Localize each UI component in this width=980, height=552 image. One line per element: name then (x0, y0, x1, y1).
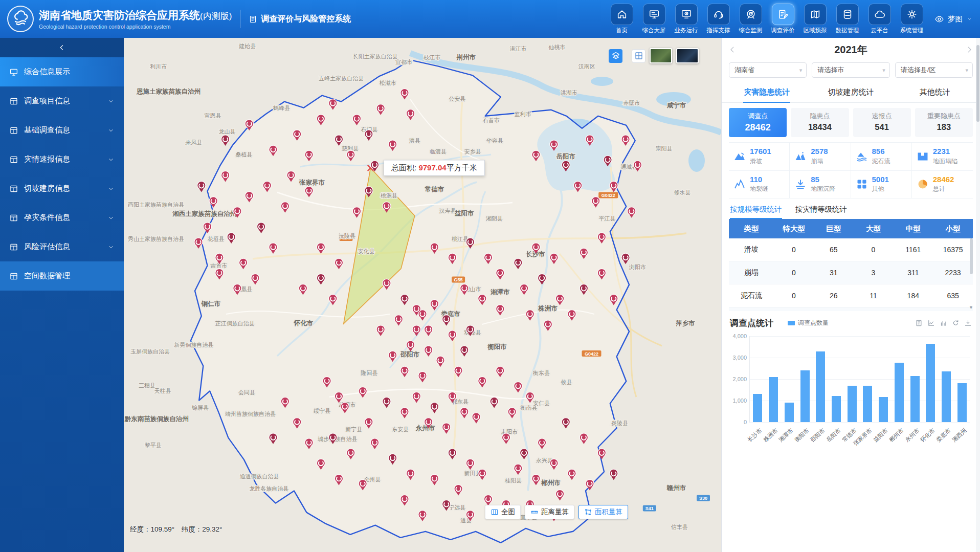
sidebar-item-risk-assessment[interactable]: 风险评估信息 (0, 232, 124, 261)
bar-chart-icon[interactable] (940, 319, 947, 327)
type-stat-other[interactable]: 5001 其他 (851, 171, 912, 198)
bar[interactable] (926, 344, 935, 422)
layers-button[interactable] (609, 49, 622, 63)
select-city[interactable]: 请选择市▾ (812, 62, 889, 78)
table-row[interactable]: 泥石流02611184635 (729, 284, 973, 307)
table-row[interactable]: 滑坡0650116116375 (729, 238, 973, 261)
data-view-icon[interactable] (915, 319, 923, 327)
sidebar-item-project-info[interactable]: 调查项目信息 (0, 86, 124, 116)
table-cell: 184 (893, 284, 933, 307)
nav-item-home[interactable]: 首页 (607, 4, 636, 34)
refresh-icon[interactable] (952, 319, 960, 327)
type-stat-value: 2578 (811, 147, 828, 156)
map-label: 安仁县 (533, 400, 550, 406)
bar[interactable] (910, 376, 920, 422)
select-province[interactable]: 湖南省▾ (729, 62, 807, 78)
type-stat-value: 17601 (750, 147, 771, 156)
measure-tool-area[interactable]: 面积量算 (578, 505, 628, 519)
nav-item-operation[interactable]: 业务运行 (672, 4, 701, 34)
stat-card-quick-report-points[interactable]: 速报点 541 (853, 108, 911, 137)
type-stat-debris-flow[interactable]: 856 泥石流 (851, 143, 912, 171)
stats-tabs: 灾害隐患统计切坡建房统计其他统计 (722, 83, 980, 103)
nav-item-cloud[interactable]: 云平台 (865, 4, 894, 34)
select-value: 湖南省 (734, 65, 754, 75)
gridline (750, 422, 970, 423)
bar[interactable] (895, 363, 904, 422)
table-row[interactable]: 崩塌03133112233 (729, 261, 973, 284)
sidebar-item-basic-survey[interactable]: 基础调查信息 (0, 116, 124, 145)
year-next-button[interactable] (965, 45, 974, 54)
stat-card-label: 速报点 (853, 112, 911, 121)
type-stat-collapse[interactable]: 2578 崩塌 (790, 143, 851, 171)
basemap-dark-thumbnail[interactable] (676, 48, 699, 63)
download-icon[interactable] (964, 319, 972, 327)
map-area[interactable]: G55 G56 G0422 G0422 S41 S30利川市恩施土家族苗族自治州… (124, 38, 721, 552)
eye-icon (934, 14, 944, 24)
table-row[interactable]: 地面塌陷07593951752 (729, 307, 973, 312)
stat-card-survey-points[interactable]: 调查点 28462 (729, 108, 787, 137)
stat-card-hidden-points[interactable]: 隐患点 18434 (791, 108, 849, 137)
x-tick: 邵阳市 (809, 427, 827, 444)
tab-hazard-stats[interactable]: 灾害隐患统计 (725, 83, 809, 102)
bar[interactable] (942, 371, 951, 422)
bar[interactable] (816, 351, 825, 422)
type-stat-ground-fissure[interactable]: 110 地裂缝 (729, 171, 790, 198)
select-county[interactable]: 请选择县/区▾ (895, 62, 973, 78)
map-label: 枝江市 (423, 54, 440, 60)
tab-other-stats[interactable]: 其他统计 (893, 83, 977, 102)
sidebar-item-slope-housing[interactable]: 切坡建房信息 (0, 174, 124, 203)
lake (688, 149, 705, 172)
stat-card-important-hidden-points[interactable]: 重要隐患点 183 (915, 108, 973, 137)
map-label: 益阳市 (455, 210, 474, 217)
measure-tool-fullmap[interactable]: 全图 (485, 505, 521, 519)
bar[interactable] (785, 403, 794, 422)
sidebar-item-hazard-condition[interactable]: 孕灾条件信息 (0, 203, 124, 232)
sidebar-collapse-button[interactable] (0, 38, 124, 57)
map-label: 宜都市 (395, 59, 412, 65)
nav-item-monitoring[interactable]: 综合监测 (736, 4, 765, 34)
table-scroll-down-arrow[interactable]: ▼ (969, 305, 973, 310)
bar[interactable] (832, 396, 841, 422)
nav-button-cloud (868, 4, 891, 25)
type-stat-landslide[interactable]: 17601 滑坡 (729, 143, 790, 171)
sidebar-item-overview[interactable]: 综合信息展示 (0, 57, 124, 86)
bar[interactable] (800, 370, 810, 422)
bar[interactable] (863, 386, 872, 422)
type-stat-land-subsidence[interactable]: 85 地面沉降 (790, 171, 851, 198)
sidebar-item-spatial-data[interactable]: 空间数据管理 (0, 261, 124, 291)
tab-slope-housing-stats[interactable]: 切坡建房统计 (809, 83, 893, 102)
bar[interactable] (957, 383, 967, 422)
bar[interactable] (753, 394, 762, 422)
x-tick: 郴州市 (887, 427, 905, 444)
table-cell: 0 (854, 238, 894, 261)
sidebar-item-disaster-report[interactable]: 灾情速报信息 (0, 145, 124, 174)
sub-tab-by-severity[interactable]: 按灾情等级统计 (795, 205, 848, 219)
map-label: 炎陵县 (611, 420, 628, 426)
type-stat-total[interactable]: 28462 总计 (912, 171, 973, 198)
measure-tool-distance[interactable]: 距离量算 (525, 505, 574, 519)
basemap-satellite-thumbnail[interactable] (650, 48, 672, 63)
split-view-button[interactable] (632, 49, 645, 63)
line-chart-icon[interactable] (927, 319, 935, 327)
bar[interactable] (848, 386, 857, 422)
panel-scrollbar[interactable] (976, 38, 980, 552)
nav-item-bigscreen[interactable]: 综合大屏 (639, 4, 669, 34)
type-stat-ground-collapse[interactable]: 2231 地面塌陷 (912, 143, 973, 171)
year-prev-button[interactable] (728, 45, 737, 54)
app-header: 湖南省地质灾害防治综合应用系统(内测版) Geological hazard p… (0, 0, 980, 38)
panel-scrollbar-thumb[interactable] (976, 45, 979, 122)
bar[interactable] (879, 397, 888, 422)
user-menu[interactable]: 梦图 (934, 14, 973, 24)
nav-item-data[interactable]: 数据管理 (833, 4, 862, 34)
map-canvas[interactable]: G55 G56 G0422 G0422 S41 S30利川市恩施土家族苗族自治州… (124, 38, 721, 552)
nav-item-survey[interactable]: 调查评价 (768, 4, 797, 34)
bar[interactable] (769, 377, 778, 422)
nav-item-command[interactable]: 指挥支撑 (704, 4, 733, 34)
table-scrollbar[interactable] (970, 238, 973, 274)
type-stat-value: 2231 (933, 147, 957, 156)
map-label: 澧县 (409, 138, 420, 144)
type-stat-value: 5001 (872, 175, 889, 184)
nav-item-system[interactable]: 系统管理 (897, 4, 926, 34)
sub-tab-by-scale[interactable]: 按规模等级统计 (730, 205, 782, 219)
nav-item-forecast[interactable]: 区域预报 (800, 4, 830, 34)
